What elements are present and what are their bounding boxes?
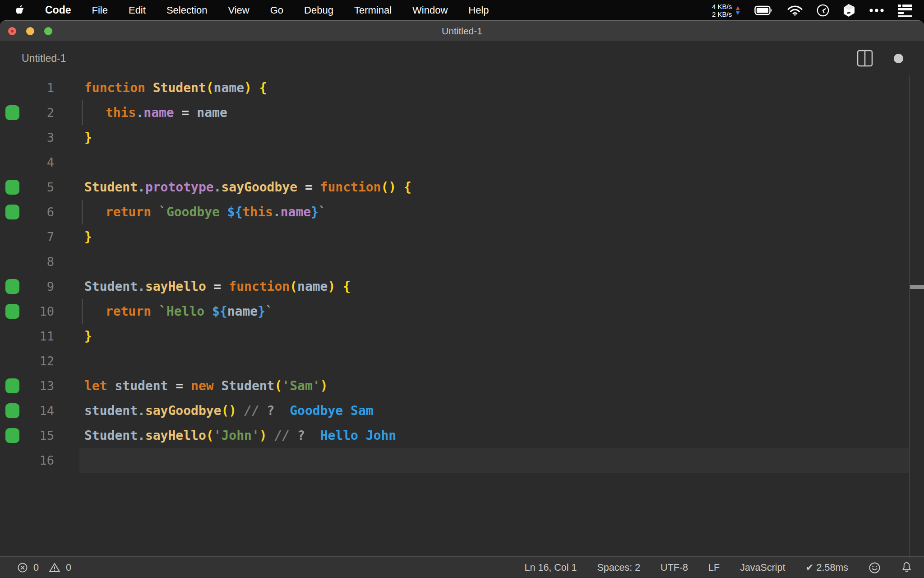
line-number[interactable]: 4 [25, 155, 63, 169]
code-token: = [214, 279, 222, 294]
code-token: this [242, 205, 273, 219]
line-number[interactable]: 5 [25, 180, 63, 194]
line-number[interactable]: 6 [25, 205, 63, 219]
code-line[interactable]: } [63, 324, 924, 349]
code-line[interactable]: return `Goodbye ${this.name}` [63, 200, 924, 224]
code-token [151, 304, 159, 319]
code-line[interactable]: return `Hello ${name}` [63, 299, 924, 324]
code-token: ` [159, 205, 166, 219]
code-line[interactable] [63, 349, 924, 373]
line-number[interactable]: 1 [25, 81, 63, 95]
code-line[interactable]: Student.sayHello = function(name) { [63, 274, 924, 299]
statusbar-quokka-run-time[interactable]: ✔ 2.58ms [806, 562, 849, 573]
gutter-decoration-cell [0, 349, 25, 373]
menu-item-window[interactable]: Window [412, 5, 448, 16]
code-token: = [182, 105, 189, 120]
code-line[interactable] [63, 448, 924, 473]
line-number[interactable]: 2 [25, 106, 63, 120]
code-token: ( [206, 80, 214, 95]
quokka-coverage-indicator [5, 205, 19, 219]
code-token: 'John' [214, 428, 259, 443]
overview-ruler[interactable] [909, 75, 924, 556]
line-number[interactable]: 10 [25, 304, 63, 318]
code-token: ${ [212, 304, 227, 319]
code-token [183, 378, 191, 393]
editor-row: 11} [0, 324, 924, 349]
code-token: Student [84, 279, 138, 294]
menu-item-edit[interactable]: Edit [129, 5, 146, 16]
menu-item-selection[interactable]: Selection [166, 5, 208, 16]
statusbar-eol[interactable]: LF [708, 562, 720, 573]
line-number[interactable]: 12 [25, 354, 63, 368]
ellipsis-icon[interactable] [869, 8, 884, 13]
menu-item-go[interactable]: Go [270, 5, 283, 16]
code-token [214, 378, 222, 393]
code-token [84, 205, 106, 219]
clock-icon[interactable] [817, 4, 829, 17]
open-file-label[interactable]: Untitled-1 [0, 52, 66, 65]
code-token: ? [267, 403, 275, 418]
line-number[interactable]: 9 [25, 280, 63, 294]
notifications-bell-icon[interactable] [901, 561, 912, 574]
code-line[interactable]: function Student(name) { [63, 75, 924, 100]
code-token: { [259, 80, 267, 95]
unsaved-changes-dot[interactable] [894, 54, 903, 63]
indent-guide [82, 200, 83, 224]
menu-item-help[interactable]: Help [468, 5, 489, 16]
network-rate-indicator[interactable]: 4 KB/s 2 KB/s ▲ ▼ [712, 3, 741, 18]
code-token: . [138, 403, 145, 418]
code-token [252, 80, 259, 95]
code-token: Student [84, 180, 138, 195]
statusbar-language-mode[interactable]: JavaScript [740, 562, 785, 573]
menu-item-debug[interactable]: Debug [304, 5, 333, 16]
split-editor-icon[interactable] [857, 50, 873, 67]
code-token: this [106, 105, 136, 120]
code-token: sayHello [145, 428, 206, 443]
window-title: Untitled-1 [0, 26, 924, 37]
statusbar-indentation[interactable]: Spaces: 2 [597, 562, 640, 573]
menu-item-code[interactable]: Code [45, 4, 71, 16]
editor-row: 12 [0, 349, 924, 373]
gutter-decoration-cell [0, 100, 25, 125]
line-number[interactable]: 16 [25, 453, 63, 467]
menu-item-terminal[interactable]: Terminal [354, 5, 392, 16]
code-line[interactable]: } [63, 125, 924, 150]
code-line[interactable]: let student = new Student('Sam') [63, 373, 924, 398]
editor-row: 15Student.sayHello('John') // ? Hello Jo… [0, 423, 924, 448]
statusbar-encoding[interactable]: UTF-8 [661, 562, 688, 573]
code-token: function [320, 180, 381, 195]
code-token: function [84, 80, 145, 95]
code-token: = [176, 378, 183, 393]
code-line[interactable]: } [63, 224, 924, 249]
code-line[interactable]: this.name = name [63, 100, 924, 125]
code-token: name [214, 80, 244, 95]
menu-item-view[interactable]: View [228, 5, 249, 16]
code-line[interactable]: Student.sayHello('John') // ? Hello John [63, 423, 924, 448]
line-number[interactable]: 11 [25, 329, 63, 343]
line-number[interactable]: 7 [25, 230, 63, 244]
code-editor[interactable]: 1function Student(name) {2 this.name = n… [0, 75, 924, 556]
list-icon[interactable] [898, 4, 912, 17]
feedback-smiley-icon[interactable] [869, 562, 881, 574]
problems-indicator[interactable]: 0 0 [0, 562, 76, 573]
code-line[interactable]: Student.prototype.sayGoodbye = function(… [63, 175, 924, 200]
line-number[interactable]: 8 [25, 255, 63, 269]
code-line[interactable]: student.sayGoodbye() // ? Goodbye Sam [63, 398, 924, 423]
code-token: Student [221, 378, 274, 393]
window-title-bar[interactable]: Untitled-1 [0, 21, 924, 41]
wifi-icon[interactable] [787, 5, 803, 16]
statusbar-cursor-position[interactable]: Ln 16, Col 1 [525, 562, 577, 573]
line-number[interactable]: 13 [25, 379, 63, 393]
battery-icon[interactable] [754, 5, 773, 16]
apple-menu-icon[interactable] [15, 5, 24, 16]
code-line[interactable] [63, 249, 924, 274]
line-number[interactable]: 15 [25, 429, 63, 443]
line-number[interactable]: 3 [25, 131, 63, 144]
cube-icon[interactable] [843, 4, 855, 17]
editor-row: 10 return `Hello ${name}` [0, 299, 924, 324]
code-token: ) [328, 279, 335, 294]
menu-item-file[interactable]: File [92, 5, 108, 16]
line-number[interactable]: 14 [25, 404, 63, 418]
code-token: sayHello [145, 279, 206, 294]
code-line[interactable] [63, 150, 924, 175]
